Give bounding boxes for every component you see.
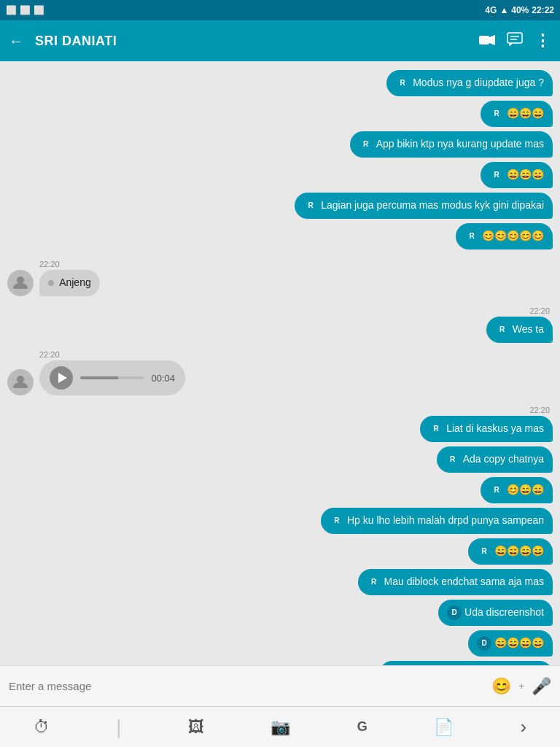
message-text: Mau diblock endchat sama aja mas [384,575,544,589]
sender-avatar-D: D [447,605,462,620]
network-type: 4G [485,5,497,15]
sent-message-bubble: R Ada copy chatnya [437,446,553,473]
table-row: R Modus nya g diupdate juga ? [7,70,553,96]
table-row: 00:04 [7,360,553,395]
notification-icon2: ⬜ [20,5,31,15]
emoji-icon[interactable]: 😊 [491,677,511,696]
sent-message-bubble: R Hp ku lho lebih malah drpd punya sampe… [321,508,553,534]
sender-avatar-R: R [489,107,504,121]
table-row: R App bikin ktp nya kurang update mas [7,131,553,158]
audio-message-bubble: 00:04 [39,360,185,395]
sender-avatar-R: R [489,483,504,498]
plus-icon[interactable]: + [518,681,524,692]
timer-icon[interactable]: ⏱ [34,718,50,737]
sender-avatar-R: R [495,322,510,337]
sent-message-bubble: R Liat di kaskus ya mas [420,416,553,442]
table-row: D Uda discreenshot [7,600,553,626]
message-text: Ada copy chatnya [463,452,544,467]
sender-avatar-R: R [464,229,479,244]
header-action-icons: ⋮ [479,31,551,50]
message-text: Modus nya g diupdate juga ? [413,76,544,90]
bottom-toolbar: ⏱ | 🖼 📷 G 📄 › [0,706,560,747]
message-timestamp: 22:20 [7,306,550,315]
notification-icon1: ⬜ [6,5,17,15]
svg-rect-2 [508,33,522,43]
sent-message-bubble: R 😊😊😊😊😊 [456,223,553,249]
svg-rect-0 [479,36,489,44]
audio-duration: 00:04 [151,373,175,384]
avatar [7,369,34,395]
message-input-area: 😊 + 🎤 [0,665,560,706]
contact-name: SRI DANIATI [35,34,467,49]
google-icon[interactable]: G [357,719,368,735]
status-left-icons: ⬜ ⬜ ⬜ [6,5,44,15]
table-row: D 😄😄😄😄 [7,630,553,657]
back-button[interactable]: ← [9,33,23,50]
current-time: 22:22 [532,5,554,15]
table-row: R Hp ku lho lebih malah drpd punya sampe… [7,508,553,534]
notification-icon3: ⬜ [34,5,44,15]
input-action-icons: 😊 + 🎤 [491,677,551,696]
message-timestamp: 22:20 [39,350,553,359]
sender-avatar-D: D [477,636,491,651]
message-text: 😄😄😄 [507,168,544,182]
message-text: Hp ku lho lebih malah drpd punya sampean [347,514,544,528]
table-row: R Ada copy chatnya [7,446,553,473]
sender-avatar-R: R [330,514,344,528]
message-text: Liat di kaskus ya mas [446,422,544,436]
status-right-info: 4G ▲ 40% 22:22 [485,5,554,15]
table-row: R 😄😄😄 [7,101,553,127]
image-icon[interactable]: 🖼 [188,718,204,737]
status-bar: ⬜ ⬜ ⬜ 4G ▲ 40% 22:22 [0,0,560,20]
sent-message-bubble: R Modus nya g diupdate juga ? [386,70,553,96]
message-text: App bikin ktp nya kurang update mas [376,137,544,152]
document-icon[interactable]: 📄 [434,718,454,737]
avatar [7,270,34,296]
sent-message-bubble: D 😄😄😄😄 [468,630,553,657]
sent-message-bubble: R Wes ta [486,317,553,343]
message-text: Uda discreenshot [464,605,544,620]
video-call-icon[interactable] [479,33,495,50]
table-row: R 😊😄😄 [7,477,553,503]
received-message-bubble: Anjeng [39,270,100,296]
sent-message-bubble: D Uda discreenshot [438,600,553,626]
sent-message-bubble: R Lagian juga percuma mas modus kyk gini… [295,193,553,219]
svg-point-6 [17,376,24,383]
sent-message-bubble: R Mau diblock endchat sama aja mas [358,569,553,595]
sent-message-bubble: R 😄😄😄😄 [468,538,553,565]
svg-marker-1 [489,35,495,45]
sent-message-bubble: D Selamat anda jadi artis kaskus [379,661,553,665]
svg-point-5 [17,276,24,284]
toolbar-divider: | [116,716,121,739]
table-row: Anjeng [7,270,553,296]
message-text: Anjeng [59,276,91,288]
more-options-icon[interactable]: ⋮ [534,31,551,50]
table-row: R 😄😄😄😄 [7,538,553,565]
signal-icon: ▲ [499,5,508,15]
table-row: R 😊😊😊😊😊 [7,223,553,249]
sender-avatar-R: R [367,575,381,589]
table-row: R Mau diblock endchat sama aja mas [7,569,553,595]
table-row: R Lagian juga percuma mas modus kyk gini… [7,193,553,219]
table-row: R Liat di kaskus ya mas [7,416,553,442]
message-text: 😊😄😄 [507,483,544,498]
message-input[interactable] [9,680,484,692]
message-timestamp: 22:20 [7,406,550,414]
dot-indicator [48,280,54,286]
battery-level: 40% [511,5,529,15]
camera-icon[interactable]: 📷 [271,718,290,737]
chat-area: R Modus nya g diupdate juga ? R 😄😄😄 R Ap… [0,61,560,665]
audio-progress-bar [80,376,144,379]
message-text: 😊😊😊😊😊 [482,229,544,244]
play-button[interactable] [50,366,73,390]
message-icon[interactable] [507,32,523,50]
microphone-icon[interactable]: 🎤 [532,677,551,696]
chat-header: ← SRI DANIATI ⋮ [0,20,560,61]
sender-avatar-R: R [303,198,318,213]
message-timestamp: 22:20 [39,260,553,268]
sender-avatar-R: R [429,422,443,436]
more-toolbar-icon[interactable]: › [521,716,527,738]
sender-avatar-R: R [477,544,491,559]
message-text: 😄😄😄😄 [494,636,544,651]
sent-message-bubble: R App bikin ktp nya kurang update mas [350,131,553,158]
